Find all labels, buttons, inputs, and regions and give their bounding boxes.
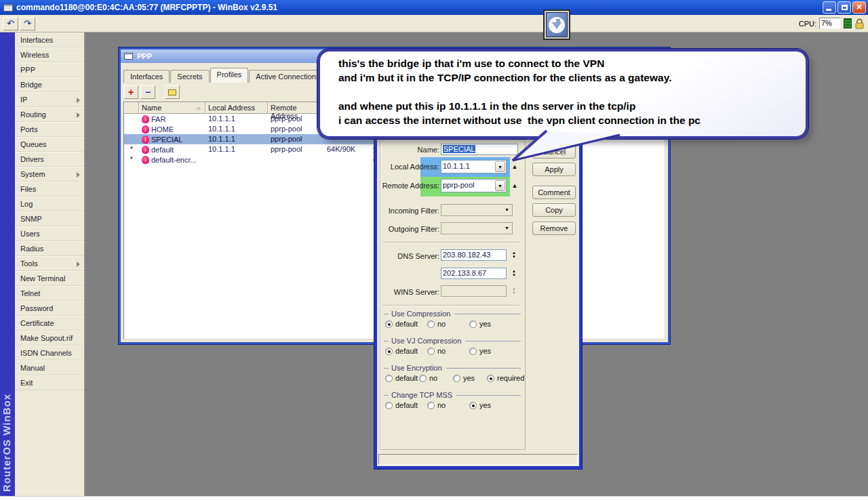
radio-use-encryption-yes[interactable] [453, 375, 460, 382]
wins-server-label: WINS Server: [380, 288, 439, 296]
sidebar-item-certificate[interactable]: Certificate [15, 316, 84, 331]
dialog-status-bar [378, 454, 578, 465]
sidebar-item-make-supout[interactable]: Make Supout.rif [15, 331, 84, 346]
download-arrow-icon[interactable] [543, 9, 570, 40]
tab-profiles[interactable]: Profiles [210, 68, 249, 83]
sidebar-item-log[interactable]: Log [15, 196, 84, 211]
column-header-local-address[interactable]: Local Address [205, 102, 268, 114]
cpu-value: 7% [819, 18, 841, 29]
profile-icon [142, 136, 149, 144]
sidebar-item-ppp[interactable]: PPP [15, 62, 84, 77]
radio-use-compression-no[interactable] [427, 320, 435, 328]
use-encryption-group-title: Use Encryption [384, 364, 521, 372]
dns-server-input-1[interactable]: 203.80.182.43 [441, 249, 507, 261]
submenu-arrow-icon [77, 262, 80, 267]
radio-use-vj-compression-yes[interactable] [469, 348, 477, 355]
radio-change-tcp-mss-yes[interactable] [469, 402, 477, 409]
separator [382, 242, 519, 243]
comment-button[interactable] [165, 85, 180, 99]
column-header-name[interactable]: Name [139, 102, 205, 114]
local-address-combo[interactable]: 10.1.1.1 [441, 160, 507, 173]
use-vj-compression-options: default no yes [385, 347, 511, 355]
dropdown-arrow-icon[interactable] [495, 180, 505, 191]
radio-use-encryption-no[interactable] [419, 375, 427, 382]
sidebar-item-exit[interactable]: Exit [15, 375, 84, 390]
remote-address-label: Remote Address: [380, 182, 439, 190]
sidebar-item-password[interactable]: Password [15, 301, 84, 316]
sidebar-item-wireless[interactable]: Wireless [15, 47, 84, 62]
radio-use-vj-compression-default[interactable] [385, 348, 393, 355]
annotation-speech-bubble: this's the bridge ip that i'm use to con… [317, 49, 808, 139]
remove-button[interactable]: Remove [532, 222, 576, 235]
sidebar-item-radius[interactable]: Radius [15, 241, 84, 256]
remove-button[interactable]: − [140, 85, 155, 99]
sidebar-item-new-terminal[interactable]: New Terminal [15, 271, 84, 286]
radio-use-vj-compression-no[interactable] [427, 348, 435, 355]
incoming-filter-label: Incoming Filter: [380, 207, 439, 215]
remote-address-combo[interactable]: pprp-pool [441, 179, 507, 192]
sidebar-item-bridge[interactable]: Bridge [15, 77, 84, 92]
use-compression-group-title: Use Compression [384, 310, 521, 318]
name-input[interactable]: SPECIAL [441, 144, 518, 155]
sidebar-item-users[interactable]: Users [15, 226, 84, 241]
local-address-label: Local Address: [380, 163, 439, 171]
sidebar-item-telnet[interactable]: Telnet [15, 286, 84, 301]
sidebar-item-files[interactable]: Files [15, 182, 84, 196]
sidebar-item-queues[interactable]: Queues [15, 137, 84, 152]
radio-use-compression-yes[interactable] [469, 320, 477, 328]
main-toolbar: ↶ ↷ CPU: 7% [0, 15, 868, 33]
comment-button[interactable]: Comment [532, 186, 576, 199]
sidebar-item-ip[interactable]: IP [15, 92, 84, 107]
close-button[interactable] [852, 1, 866, 14]
sidebar-item-routing[interactable]: Routing [15, 107, 84, 122]
sidebar-item-isdn-channels[interactable]: ISDN Channels [15, 346, 84, 360]
app-icon [3, 4, 13, 12]
sidebar-item-manual[interactable]: Manual [15, 360, 84, 375]
sidebar-item-interfaces[interactable]: Interfaces [15, 33, 84, 47]
remote-address-expand-icon[interactable] [511, 182, 519, 189]
copy-button[interactable]: Copy [532, 203, 576, 217]
local-address-expand-icon[interactable] [511, 163, 519, 170]
wins-server-input[interactable] [441, 285, 507, 297]
radio-use-encryption-default[interactable] [385, 375, 393, 382]
dns-server-label: DNS Server: [380, 252, 439, 260]
apply-button[interactable]: Apply [532, 163, 576, 176]
titlebar: commando1180@00:E0:4C:AA:05:77 (MRFCPPTP… [0, 0, 868, 15]
add-button[interactable]: + [123, 85, 138, 99]
bubble-line: and i'm but it in the TCP/IP connection … [338, 70, 799, 85]
radio-use-compression-default[interactable] [385, 320, 393, 328]
spinner-icon[interactable] [510, 251, 518, 259]
radio-use-encryption-required[interactable] [487, 375, 494, 382]
bubble-line: and whene put this ip 10.1.1.1 in the dn… [338, 99, 799, 113]
column-header-remote-address[interactable]: Remote Address [268, 102, 324, 114]
tab-secrets[interactable]: Secrets [170, 70, 209, 83]
sidebar-item-tools[interactable]: Tools [15, 256, 84, 271]
window-title: commando1180@00:E0:4C:AA:05:77 (MRFCPPTP… [16, 3, 277, 12]
outgoing-filter-combo[interactable] [441, 222, 513, 234]
incoming-filter-combo[interactable] [441, 204, 513, 216]
tab-interfaces[interactable]: Interfaces [123, 70, 170, 83]
cancel-button[interactable]: Cancel [532, 145, 576, 159]
undo-button[interactable]: ↶ [3, 17, 18, 30]
minimize-button[interactable] [823, 1, 836, 14]
column-header-flags[interactable] [124, 102, 139, 114]
sidebar-item-ports[interactable]: Ports [15, 122, 84, 137]
sidebar-item-snmp[interactable]: SNMP [15, 211, 84, 226]
redo-button[interactable]: ↷ [20, 17, 35, 30]
brand-strip: RouterOS WinBox [0, 33, 15, 496]
bubble-line: this's the bridge ip that i'm use to con… [338, 56, 799, 70]
window-icon [124, 53, 133, 60]
dns-server-input-2[interactable]: 202.133.8.67 [441, 268, 507, 279]
sidebar-item-system[interactable]: System [15, 167, 84, 182]
tab-active-connections[interactable]: Active Connections [249, 70, 326, 83]
maximize-button[interactable] [837, 1, 851, 14]
radio-change-tcp-mss-default[interactable] [385, 402, 393, 409]
cpu-usage-icon [844, 18, 852, 28]
sidebar: Interfaces Wireless PPP Bridge IP Routin… [15, 33, 85, 496]
dropdown-arrow-icon[interactable] [495, 161, 505, 172]
sidebar-item-drivers[interactable]: Drivers [15, 152, 84, 167]
name-label: Name: [380, 146, 439, 154]
lock-icon [854, 18, 865, 29]
radio-change-tcp-mss-no[interactable] [427, 402, 435, 409]
spinner-icon[interactable] [510, 269, 518, 277]
